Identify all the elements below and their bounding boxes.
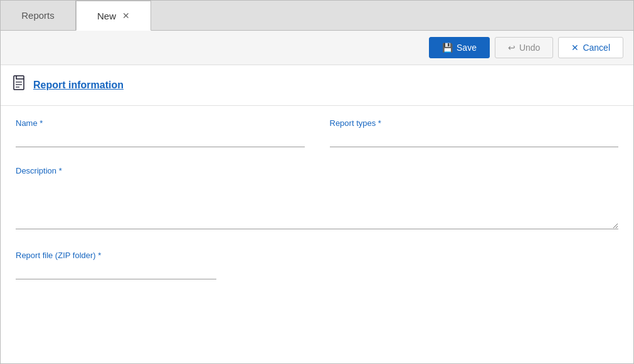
form-row-1: Name * Report types * — [16, 118, 618, 147]
description-label: Description * — [16, 166, 618, 175]
report-file-field: Report file (ZIP folder) * — [16, 251, 216, 279]
close-tab-icon[interactable]: ✕ — [122, 11, 130, 21]
name-input[interactable] — [16, 132, 305, 147]
save-button[interactable]: 💾 Save — [429, 37, 490, 58]
form-row-file: Report file (ZIP folder) * — [16, 251, 618, 279]
name-field: Name * — [16, 118, 305, 147]
tab-reports-label: Reports — [21, 10, 55, 21]
toolbar: 💾 Save ↩ Undo ✕ Cancel — [1, 31, 633, 65]
report-file-label: Report file (ZIP folder) * — [16, 251, 216, 260]
save-label: Save — [457, 43, 477, 53]
report-file-input[interactable] — [16, 264, 216, 279]
report-types-label: Report types * — [330, 118, 619, 128]
description-field: Description * — [16, 166, 618, 232]
tab-new-label: New — [97, 11, 116, 21]
description-textarea[interactable] — [16, 179, 618, 229]
form-area: Name * Report types * Description * Rep — [1, 106, 633, 311]
cancel-button[interactable]: ✕ Cancel — [558, 37, 623, 58]
section-header: Report information — [1, 65, 633, 106]
main-content: Report information Name * Report types *… — [1, 65, 633, 363]
undo-button[interactable]: ↩ Undo — [495, 37, 553, 58]
app-window: Reports New ✕ 💾 Save ↩ Undo ✕ Cancel — [0, 0, 634, 364]
cancel-label: Cancel — [583, 43, 610, 53]
cancel-icon: ✕ — [571, 43, 579, 53]
tab-new[interactable]: New ✕ — [76, 1, 151, 31]
name-label: Name * — [16, 118, 305, 128]
section-title: Report information — [33, 80, 124, 91]
document-icon — [13, 75, 27, 95]
save-icon: 💾 — [442, 43, 453, 53]
tab-bar: Reports New ✕ — [1, 1, 633, 31]
undo-label: Undo — [519, 43, 540, 53]
report-types-field: Report types * — [330, 118, 619, 147]
form-row-description: Description * — [16, 166, 618, 232]
report-types-input[interactable] — [330, 132, 619, 147]
tab-reports[interactable]: Reports — [1, 0, 76, 30]
undo-icon: ↩ — [508, 43, 515, 53]
svg-rect-0 — [14, 76, 24, 90]
